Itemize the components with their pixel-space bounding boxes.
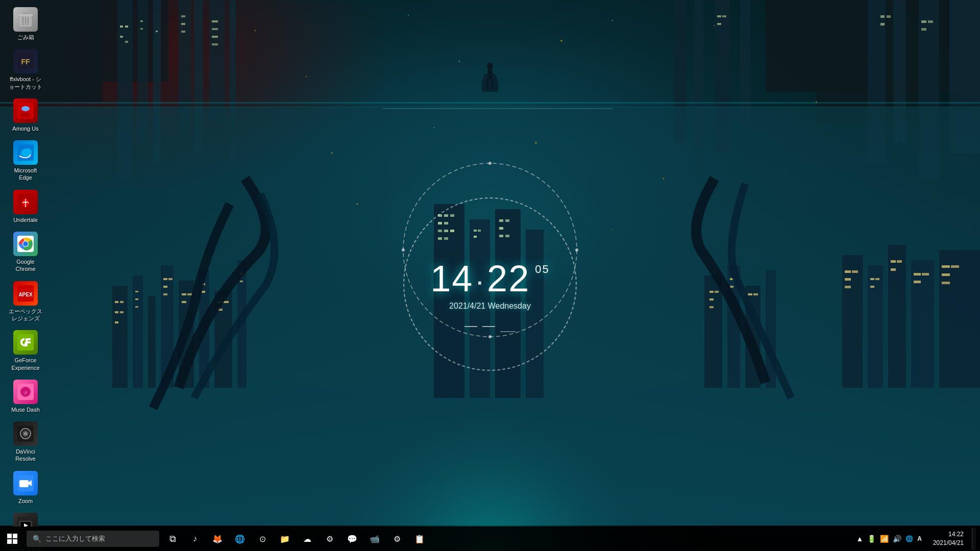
tray-expand-icon[interactable]: ▲ [855, 534, 864, 544]
tray-time: 14:22 [948, 530, 964, 539]
icon-label-muse-dash: Muse Dash [11, 406, 40, 413]
icon-label-geforce-experience: GeForce Experience [7, 357, 44, 371]
desktop-icon-microsoft-edge[interactable]: Microsoft Edge [5, 138, 46, 184]
show-desktop-button[interactable] [972, 528, 976, 550]
clock-seconds: 05 [535, 263, 549, 276]
svg-point-166 [535, 142, 537, 144]
svg-rect-96 [888, 245, 906, 388]
svg-rect-116 [891, 268, 896, 271]
desktop-icon-recycle-bin[interactable]: ごみ箱 [5, 5, 46, 43]
svg-point-161 [357, 204, 358, 205]
desktop-icon-muse-dash[interactable]: ♪ Muse Dash [5, 378, 46, 415]
svg-rect-95 [868, 265, 883, 388]
battery-icon[interactable]: 🔋 [866, 534, 877, 544]
music-app-button[interactable]: ♪ [184, 528, 206, 550]
svg-rect-73 [135, 291, 138, 292]
volume-icon[interactable]: 🔊 [892, 534, 902, 544]
search-placeholder: ここに入力して検索 [45, 534, 105, 543]
svg-rect-57 [717, 23, 721, 25]
desktop-icon-undertale[interactable]: Undertale [5, 188, 46, 226]
system-tray-clock[interactable]: 14:22 2021/04/21 [929, 530, 968, 547]
settings-button[interactable]: ⚙ [386, 528, 408, 550]
svg-rect-38 [212, 28, 218, 30]
taskbar-search[interactable]: 🔍 ここに入力して検索 [27, 531, 159, 547]
svg-rect-79 [163, 293, 167, 295]
icon-image-among-us [13, 98, 38, 123]
desktop-icon-apex-legends[interactable]: APEX エーペックスレジェンズ [5, 279, 46, 324]
svg-rect-51 [880, 23, 885, 26]
clock-time-display: 14 · 22 05 [430, 258, 549, 299]
svg-point-153 [488, 162, 492, 165]
svg-rect-111 [870, 278, 874, 280]
svg-rect-117 [914, 273, 921, 276]
svg-point-162 [612, 229, 613, 230]
svg-rect-80 [182, 293, 186, 295]
svg-point-147 [487, 63, 493, 70]
desktop-icon-ffxiv[interactable]: FF ffxivboot - ショートカット [5, 47, 46, 92]
svg-rect-52 [921, 20, 926, 23]
svg-rect-105 [748, 293, 752, 295]
svg-rect-107 [845, 270, 851, 273]
file-explorer-button[interactable]: 📁 [274, 528, 296, 550]
search-icon: 🔍 [33, 535, 41, 543]
desktop-icon-google-chrome[interactable]: Google Chrome [5, 230, 46, 275]
svg-rect-78 [163, 286, 167, 288]
svg-rect-53 [928, 20, 933, 23]
svg-rect-99 [709, 291, 714, 293]
ime-icon[interactable]: 🌐 [904, 534, 914, 543]
svg-point-165 [433, 127, 434, 128]
start-button[interactable] [0, 527, 24, 551]
svg-rect-77 [168, 278, 173, 280]
desktop-icon-davinci-resolve[interactable]: DaVinci Resolve [5, 419, 46, 465]
svg-rect-118 [922, 273, 929, 276]
svg-point-155 [402, 248, 405, 252]
svg-rect-112 [875, 278, 879, 280]
svg-rect-27 [120, 26, 123, 28]
svg-rect-100 [715, 291, 719, 293]
svg-rect-70 [115, 311, 118, 313]
discord-taskbar-button[interactable]: 💬 [341, 528, 363, 550]
svg-rect-34 [181, 15, 185, 17]
svg-rect-101 [709, 298, 714, 300]
clock-separator: · [475, 263, 485, 298]
desktop-icon-geforce-experience[interactable]: GeForce Experience [5, 328, 46, 373]
edge-taskbar-button[interactable]: 🌐 [229, 528, 251, 550]
network-icon[interactable]: 📶 [879, 534, 890, 544]
desktop-icon-zoom[interactable]: Zoom [5, 469, 46, 507]
icon-label-google-chrome: Google Chrome [7, 258, 44, 273]
icon-label-recycle-bin: ごみ箱 [17, 34, 34, 41]
svg-rect-32 [140, 28, 143, 30]
icon-label-davinci-resolve: DaVinci Resolve [7, 448, 44, 463]
svg-rect-104 [730, 286, 733, 288]
taskbar: 🔍 ここに入力して検索 ⧉ ♪ 🦊 🌐 ⊙ 📁 ☁ ⚙ 💬 [0, 527, 980, 551]
svg-point-178 [20, 112, 31, 117]
app-button-1[interactable]: ⚙ [318, 528, 341, 550]
svg-rect-97 [911, 260, 934, 388]
ime-mode-icon[interactable]: A [916, 534, 923, 543]
firefox-button[interactable]: 🦊 [206, 528, 229, 550]
svg-rect-113 [870, 286, 874, 288]
desktop-icon-among-us[interactable]: Among Us [5, 96, 46, 134]
icon-image-apex-legends: APEX [13, 281, 38, 306]
svg-rect-54 [921, 28, 926, 31]
svg-point-156 [575, 248, 578, 252]
icon-image-geforce-experience [13, 330, 38, 355]
svg-rect-55 [717, 15, 721, 17]
icon-label-zoom: Zoom [18, 497, 33, 505]
svg-rect-120 [942, 265, 950, 268]
zoom-taskbar-button[interactable]: 📹 [363, 528, 386, 550]
taskbar-pinned-apps: ⧉ ♪ 🦊 🌐 ⊙ 📁 ☁ ⚙ 💬 📹 ⚙ [161, 528, 431, 550]
svg-rect-68 [115, 301, 118, 303]
icon-image-recycle-bin [13, 7, 38, 32]
notes-button[interactable]: 📋 [408, 528, 431, 550]
icon-image-zoom [13, 471, 38, 495]
svg-rect-75 [135, 306, 138, 308]
onedrive-button[interactable]: ☁ [296, 528, 318, 550]
svg-rect-74 [135, 298, 138, 300]
icon-image-muse-dash: ♪ [13, 380, 38, 404]
chrome-taskbar-button[interactable]: ⊙ [251, 528, 274, 550]
svg-rect-86 [224, 301, 229, 303]
svg-rect-115 [897, 260, 902, 263]
svg-point-177 [21, 106, 30, 111]
task-view-button[interactable]: ⧉ [161, 528, 184, 550]
